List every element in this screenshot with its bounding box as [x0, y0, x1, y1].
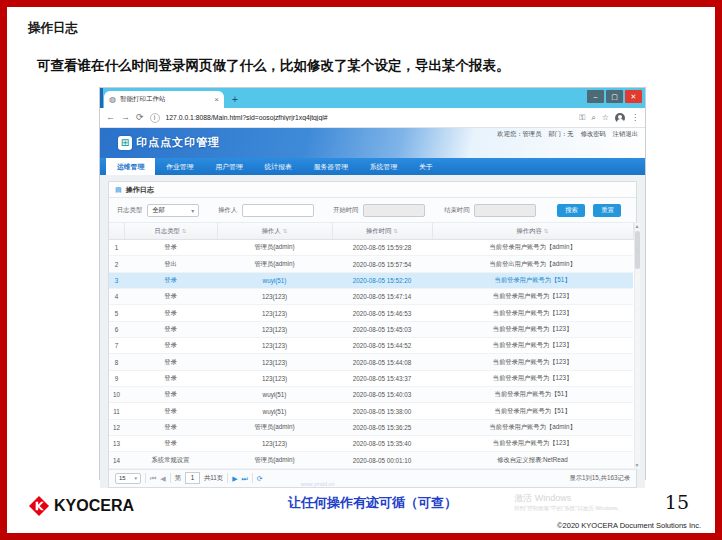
vertical-scrollbar[interactable]: ▲ ▼ — [634, 223, 640, 469]
cell-time: 2020-08-05 15:57:54 — [332, 256, 432, 272]
nav-tab-label: 运维管理 — [117, 162, 144, 172]
sort-icon: ⇅ — [182, 228, 187, 234]
cell-content: 当前登录用户账号为【51】 — [432, 403, 633, 419]
table-row[interactable]: 10登录wuyi(51)2020-08-05 15:40:03当前登录用户账号为… — [109, 387, 633, 403]
table-row[interactable]: 3登录wuyi(51)2020-08-05 15:52:20当前登录用户账号为【… — [109, 272, 633, 288]
col-index-header — [109, 223, 124, 240]
cell-time: 2020-08-05 00:01:10 — [332, 452, 432, 468]
row-index: 11 — [109, 403, 124, 419]
table-row[interactable]: 13登录123(123)2020-08-05 15:35:40当前登录用户账号为… — [109, 436, 633, 452]
nav-tab[interactable]: 关于 — [408, 158, 444, 175]
cell-time: 2020-08-05 15:47:14 — [332, 289, 432, 305]
app-navbar: 运维管理 作业管理 用户管理 统计报表 服务器管理 系统管理 关于 — [100, 158, 645, 175]
nav-tab[interactable]: 系统管理 — [359, 158, 408, 175]
search-button[interactable]: 搜索 — [557, 204, 585, 217]
welcome-user: 欢迎您：管理员 — [497, 130, 541, 139]
new-tab-button[interactable]: + — [232, 94, 238, 105]
kyocera-logo: KYOCERA — [29, 496, 134, 516]
browser-tab[interactable]: ◍ 智能打印工作站 × — [104, 91, 224, 108]
start-time-input[interactable] — [363, 204, 425, 217]
cell-operator: 管理员(admin) — [217, 452, 332, 468]
log-type-label: 日志类型 — [117, 206, 142, 215]
change-password-link[interactable]: 修改密码 — [581, 130, 606, 139]
nav-tab[interactable]: 统计报表 — [254, 158, 303, 175]
row-index: 13 — [109, 436, 124, 452]
nav-tab[interactable]: 用户管理 — [204, 158, 253, 175]
row-index: 7 — [109, 338, 124, 354]
scrollbar-thumb[interactable] — [635, 231, 640, 269]
col-content-header[interactable]: 操作内容⇅ — [432, 223, 633, 240]
cell-operator: 123(123) — [217, 436, 332, 452]
zoom-icon[interactable]: ⌕ — [591, 114, 595, 122]
col-log-type-header[interactable]: 日志类型⇅ — [124, 223, 217, 240]
cell-time: 2020-08-05 15:59:28 — [332, 240, 432, 256]
col-time-header[interactable]: 操作时间⇅ — [332, 223, 432, 240]
row-index: 5 — [109, 305, 124, 321]
logout-link[interactable]: 注销退出 — [613, 130, 638, 139]
welcome-dept: 部门：无 — [548, 130, 573, 139]
col-operator-header[interactable]: 操作人⇅ — [217, 223, 332, 240]
cell-content: 当前登录用户账号为【123】 — [432, 305, 633, 321]
nav-tab-label: 用户管理 — [215, 162, 242, 172]
back-icon[interactable]: ← — [106, 113, 115, 122]
nav-tab-label: 作业管理 — [166, 162, 193, 172]
cell-content: 当前登录用户账号为【admin】 — [432, 419, 633, 435]
minimize-button[interactable]: – — [587, 90, 604, 103]
browser-window: ◍ 智能打印工作站 × + – ▢ ✕ ← → ⟳ i 127.0.0.1:80… — [99, 87, 646, 480]
nav-tab[interactable]: 作业管理 — [155, 158, 204, 175]
table-row[interactable]: 8登录123(123)2020-08-05 15:44:08当前登录用户账号为【… — [109, 354, 633, 370]
cell-time: 2020-08-05 15:36:25 — [332, 419, 432, 435]
kyocera-mark-icon — [29, 496, 49, 516]
menu-dots-icon[interactable]: ⋮ — [631, 114, 639, 122]
cell-log-type: 登录 — [124, 387, 217, 403]
slide-title: 操作日志 — [28, 20, 78, 37]
maximize-button[interactable]: ▢ — [606, 90, 623, 103]
table-row[interactable]: 12登录管理员(admin)2020-08-05 15:36:25当前登录用户账… — [109, 419, 633, 435]
row-index: 14 — [109, 452, 124, 468]
table-row[interactable]: 6登录123(123)2020-08-05 15:45:03当前登录用户账号为【… — [109, 321, 633, 337]
scroll-up-icon[interactable]: ▲ — [635, 223, 640, 230]
nav-tab-label: 统计报表 — [265, 162, 292, 172]
row-index: 2 — [109, 256, 124, 272]
table-row[interactable]: 11登录wuyi(51)2020-08-05 15:38:00当前登录用户账号为… — [109, 403, 633, 419]
log-table-body: 1登录管理员(admin)2020-08-05 15:59:28当前登录用户账号… — [109, 240, 633, 469]
nav-tab[interactable]: 运维管理 — [106, 158, 155, 175]
reset-button[interactable]: 重置 — [593, 204, 621, 217]
cell-operator: 管理员(admin) — [217, 419, 332, 435]
table-row[interactable]: 9登录123(123)2020-08-05 15:43:37当前登录用户账号为【… — [109, 370, 633, 386]
table-row[interactable]: 14系统常规设置管理员(admin)2020-08-05 00:01:10修改自… — [109, 452, 633, 468]
table-row[interactable]: 5登录123(123)2020-08-05 15:46:53当前登录用户账号为【… — [109, 305, 633, 321]
cell-time: 2020-08-05 15:52:20 — [332, 272, 432, 288]
end-time-label: 结束时间 — [444, 206, 469, 215]
log-type-select[interactable]: 全部 ▾ — [147, 204, 199, 217]
table-row[interactable]: 4登录123(123)2020-08-05 15:47:14当前登录用户账号为【… — [109, 289, 633, 305]
cell-operator: wuyi(51) — [217, 403, 332, 419]
end-time-input[interactable] — [474, 204, 536, 217]
table-row[interactable]: 7登录123(123)2020-08-05 15:44:52当前登录用户账号为【… — [109, 338, 633, 354]
bookmark-star-icon[interactable]: ☆ — [602, 114, 609, 122]
table-header-row: 日志类型⇅ 操作人⇅ 操作时间⇅ 操作内容⇅ — [109, 223, 633, 240]
operator-input[interactable] — [242, 204, 314, 217]
table-row[interactable]: 2登出管理员(admin)2020-08-05 15:57:54当前登出用户账号… — [109, 256, 633, 272]
scroll-down-icon[interactable]: ▼ — [635, 462, 640, 469]
forward-icon[interactable]: → — [121, 113, 130, 122]
cell-time: 2020-08-05 15:35:40 — [332, 436, 432, 452]
password-key-icon[interactable]: ⚿ — [579, 114, 585, 122]
url-bar[interactable]: 127.0.0.1:8088/Main.html?sid=oosojzfhiyr… — [166, 114, 574, 121]
log-table: 日志类型⇅ 操作人⇅ 操作时间⇅ 操作内容⇅ 1登录管理员(admin)2020… — [109, 223, 634, 469]
reload-icon[interactable]: ⟳ — [136, 113, 144, 122]
nav-tab-label: 系统管理 — [370, 162, 397, 172]
cell-time: 2020-08-05 15:45:03 — [332, 321, 432, 337]
chevron-down-icon: ▾ — [191, 207, 194, 214]
site-info-icon[interactable]: i — [150, 113, 160, 123]
tab-close-icon[interactable]: × — [214, 95, 219, 104]
nav-tab[interactable]: 服务器管理 — [303, 158, 359, 175]
close-button[interactable]: ✕ — [625, 90, 642, 103]
profile-avatar-icon[interactable] — [615, 113, 625, 123]
cell-operator: 123(123) — [217, 354, 332, 370]
cell-content: 当前登录用户账号为【51】 — [432, 387, 633, 403]
table-row[interactable]: 1登录管理员(admin)2020-08-05 15:59:28当前登录用户账号… — [109, 240, 633, 256]
cell-log-type: 登录 — [124, 436, 217, 452]
brand-logo-icon: ⊞ — [118, 136, 132, 150]
cell-time: 2020-08-05 15:46:53 — [332, 305, 432, 321]
